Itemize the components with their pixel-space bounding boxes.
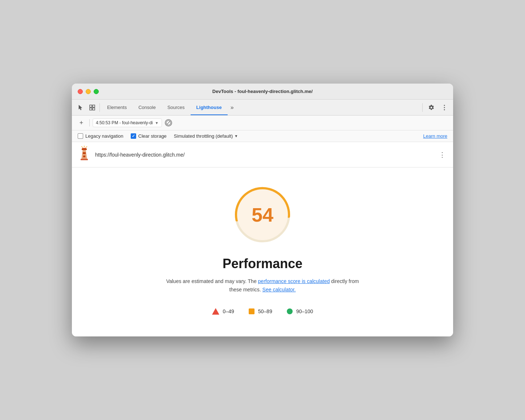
description-text: Values are estimated and may vary. The (166, 278, 258, 284)
session-chevron-icon: ▼ (155, 121, 159, 125)
maximize-button[interactable] (94, 89, 99, 94)
session-timestamp: 4:50:53 PM - foul-heavenly-di (96, 120, 153, 125)
score-value: 54 (252, 203, 273, 226)
performance-score-link[interactable]: performance score is calculated (258, 278, 330, 284)
tabs-overflow-button[interactable]: » (228, 104, 237, 111)
right-separator (422, 103, 423, 112)
window-title: DevTools - foul-heavenly-direction.glitc… (212, 89, 313, 94)
legend-range-red: 0–49 (223, 308, 234, 314)
performance-title: Performance (223, 256, 302, 271)
devtools-window: DevTools - foul-heavenly-direction.glitc… (72, 84, 453, 336)
block-requests-icon[interactable] (165, 119, 172, 126)
toolbar-row: + 4:50:53 PM - foul-heavenly-di ▼ (72, 116, 453, 130)
legend-item-red: 0–49 (212, 308, 234, 315)
title-bar: DevTools - foul-heavenly-direction.glitc… (72, 84, 453, 100)
clear-storage-checkbox[interactable] (131, 133, 136, 139)
svg-rect-2 (90, 108, 92, 110)
svg-point-6 (444, 109, 445, 110)
legacy-nav-checkbox[interactable] (78, 133, 83, 139)
svg-line-17 (81, 146, 83, 148)
throttling-chevron-icon: ▼ (234, 134, 238, 138)
tab-lighthouse[interactable]: Lighthouse (191, 100, 228, 115)
throttling-selector[interactable]: Simulated throttling (default) ▼ (174, 133, 238, 139)
svg-rect-14 (81, 159, 88, 160)
more-options-icon[interactable] (439, 102, 450, 113)
legacy-navigation-option[interactable]: Legacy navigation (78, 133, 123, 139)
legend-item-green: 90–100 (287, 308, 313, 314)
session-selector[interactable]: 4:50:53 PM - foul-heavenly-di ▼ (93, 118, 162, 127)
legend-item-orange: 50–89 (249, 308, 272, 314)
red-triangle-icon (212, 308, 219, 315)
svg-point-5 (444, 107, 445, 108)
main-content: 54 Performance Values are estimated and … (72, 167, 453, 336)
tab-console[interactable]: Console (133, 100, 162, 115)
url-more-button[interactable]: ⋮ (437, 150, 447, 160)
legend-range-orange: 50–89 (258, 308, 272, 314)
devtools-right-icons (421, 102, 450, 113)
svg-rect-3 (93, 108, 95, 110)
svg-rect-11 (82, 149, 87, 150)
svg-point-4 (444, 105, 445, 106)
svg-rect-1 (93, 105, 95, 107)
svg-rect-0 (90, 105, 92, 107)
close-button[interactable] (78, 89, 83, 94)
devtools-tabs-bar: Elements Console Sources Lighthouse » (72, 100, 453, 116)
options-row: Legacy navigation Clear storage Simulate… (72, 130, 453, 142)
add-session-button[interactable]: + (76, 118, 86, 128)
score-background-circle: 54 (237, 189, 288, 240)
clear-storage-option[interactable]: Clear storage (131, 133, 167, 139)
inspect-icon[interactable] (86, 102, 98, 113)
svg-rect-12 (83, 152, 86, 154)
svg-line-16 (86, 146, 87, 148)
tabs-list: Elements Console Sources Lighthouse » (101, 100, 421, 115)
minimize-button[interactable] (86, 89, 91, 94)
legend-range-green: 90–100 (296, 308, 313, 314)
toolbar-separator (89, 119, 90, 126)
calculator-link[interactable]: See calculator. (262, 287, 296, 292)
green-circle-icon (287, 308, 293, 314)
score-legend: 0–49 50–89 90–100 (212, 308, 313, 315)
orange-square-icon (249, 308, 255, 314)
svg-rect-13 (83, 156, 85, 157)
cursor-tool-icon[interactable] (75, 102, 86, 113)
tab-elements[interactable]: Elements (101, 100, 133, 115)
settings-icon[interactable] (426, 102, 437, 113)
svg-line-8 (167, 121, 170, 125)
url-row: https://foul-heavenly-direction.glitch.m… (72, 142, 453, 167)
tab-sources[interactable]: Sources (162, 100, 191, 115)
performance-description: Values are estimated and may vary. The p… (161, 277, 364, 294)
learn-more-link[interactable]: Learn more (423, 133, 447, 139)
page-url: https://foul-heavenly-direction.glitch.m… (95, 152, 433, 158)
tab-separator (99, 103, 100, 112)
score-circle-container: 54 (230, 182, 295, 247)
traffic-lights (78, 89, 99, 94)
lighthouse-logo-icon (78, 146, 91, 163)
svg-marker-9 (81, 149, 87, 159)
